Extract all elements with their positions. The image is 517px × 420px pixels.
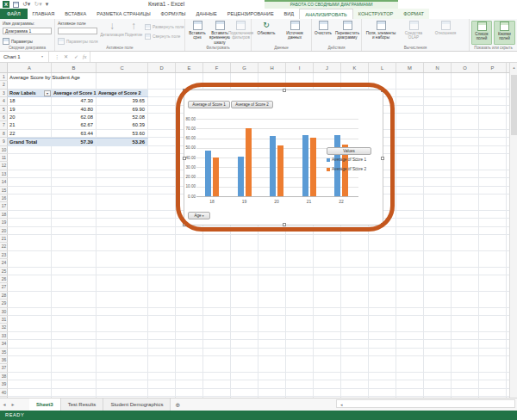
clear-button[interactable]: Очистить <box>314 21 333 35</box>
chart-selection-handle[interactable] <box>183 223 186 226</box>
tab-formulas[interactable]: ФОРМУЛЫ <box>156 9 191 19</box>
row-header-1[interactable]: 1 <box>0 73 8 81</box>
row-header-38[interactable]: 38 <box>0 373 8 380</box>
pivot-cell[interactable]: 53.60 <box>97 130 148 138</box>
chart-selection-handle[interactable] <box>381 223 384 226</box>
active-field-input[interactable] <box>58 28 97 34</box>
tab-data[interactable]: ДАННЫЕ <box>191 9 222 19</box>
sheet-nav-left-icon[interactable]: ◂ <box>0 398 9 411</box>
tab-page-layout[interactable]: РАЗМЕТКА СТРАНИЦЫ <box>91 9 155 19</box>
pivot-cell[interactable]: 60.39 <box>97 121 148 129</box>
row-header-30[interactable]: 30 <box>0 308 8 316</box>
row-header-7[interactable]: 7 <box>0 121 8 129</box>
relationships-button[interactable]: Отношения <box>431 21 460 35</box>
col-header-J[interactable]: J <box>314 63 341 73</box>
row-header-31[interactable]: 31 <box>0 316 8 324</box>
row-header-40[interactable]: 40 <box>0 389 8 397</box>
row-header-32[interactable]: 32 <box>0 324 8 331</box>
sheet-tab-sheet3[interactable]: Sheet3 <box>29 398 61 411</box>
refresh-button[interactable]: ↻ Обновить <box>255 21 277 35</box>
row-header-21[interactable]: 21 <box>0 235 8 243</box>
row-header-10[interactable]: 10 <box>0 146 8 154</box>
tab-insert[interactable]: ВСТАВКА <box>59 9 91 19</box>
row-header-18[interactable]: 18 <box>0 211 8 219</box>
col-header-I[interactable]: I <box>286 63 314 73</box>
row-header-37[interactable]: 37 <box>0 364 8 372</box>
expand-field-button[interactable]: Развернуть поле <box>145 24 184 30</box>
insert-slicer-button[interactable]: Вставить срез <box>187 21 208 40</box>
chart-selection-handle[interactable] <box>183 157 186 160</box>
tab-design[interactable]: КОНСТРУКТОР <box>353 9 399 19</box>
pivot-cell[interactable]: 69.90 <box>97 106 148 114</box>
legend-entry-score1[interactable]: Average of Score 1 <box>327 158 366 162</box>
row-header-17[interactable]: 17 <box>0 202 8 210</box>
pivot-cell[interactable]: 18 <box>8 97 52 105</box>
row-header-13[interactable]: 13 <box>0 170 8 178</box>
col-header-H[interactable]: H <box>258 63 286 73</box>
col-header-D[interactable]: D <box>148 63 176 73</box>
tab-format[interactable]: ФОРМАТ <box>398 9 429 19</box>
chart-field-button-1[interactable]: Average of Score 1 <box>188 101 230 108</box>
col-header-A[interactable]: A <box>8 63 52 73</box>
insert-function-icon[interactable]: fx <box>83 52 86 62</box>
pivot-cell[interactable]: 52.08 <box>97 114 148 121</box>
chart-selection-handle[interactable] <box>381 89 384 92</box>
tab-analyze[interactable]: АНАЛИЗИРОВАТЬ <box>299 9 353 19</box>
row-header-27[interactable]: 27 <box>0 283 8 291</box>
col-header-L[interactable]: L <box>369 63 396 73</box>
pivot-cell[interactable]: 63.44 <box>52 130 97 138</box>
row-header-35[interactable]: 35 <box>0 349 8 356</box>
move-chart-button[interactable]: Переместить диаграмму <box>334 21 360 40</box>
row-header-34[interactable]: 34 <box>0 340 8 348</box>
col-header-C[interactable]: C <box>97 63 148 73</box>
col-header-B[interactable]: B <box>52 63 97 73</box>
pivot-cell[interactable]: 47.30 <box>52 97 97 105</box>
col-header-N[interactable]: N <box>424 63 452 73</box>
pivot-cell[interactable]: 62.67 <box>52 121 97 129</box>
grid[interactable]: 1234567891011121314151617181920212223242… <box>0 73 509 398</box>
row-header-28[interactable]: 28 <box>0 292 8 300</box>
save-icon[interactable] <box>13 2 19 8</box>
row-header-25[interactable]: 25 <box>0 268 8 275</box>
row-header-2[interactable]: 2 <box>0 81 8 89</box>
pivot-cell[interactable]: 40.80 <box>52 106 97 114</box>
chart-name-input[interactable]: Диаграмма 1 <box>3 28 52 34</box>
undo-icon[interactable]: ↺▾ <box>22 1 30 8</box>
row-header-33[interactable]: 33 <box>0 332 8 340</box>
pivot-total-cell[interactable]: 57.39 <box>52 138 97 145</box>
row-header-3[interactable]: 3 <box>0 90 8 97</box>
vertical-scroll-thumb[interactable] <box>511 75 517 135</box>
olap-tools-button[interactable]: Средства OLAP <box>400 21 427 40</box>
pivot-header-cell[interactable]: Average of Score 2 <box>97 90 148 97</box>
pivotchart-options-button[interactable]: Параметры <box>3 38 33 45</box>
row-header-14[interactable]: 14 <box>0 178 8 186</box>
drill-down-button[interactable]: ↓ Детализация <box>102 21 122 37</box>
field-list-button[interactable]: Список полей <box>471 21 492 45</box>
enter-icon[interactable]: ✓ <box>74 52 78 62</box>
row-header-8[interactable]: 8 <box>0 130 8 138</box>
axis-field-button[interactable]: Age ▾ <box>188 212 210 219</box>
col-header-E[interactable]: E <box>176 63 203 73</box>
tab-home[interactable]: ГЛАВНАЯ <box>28 9 60 19</box>
row-header-22[interactable]: 22 <box>0 243 8 250</box>
row-header-20[interactable]: 20 <box>0 227 8 235</box>
formula-input[interactable] <box>90 52 514 62</box>
fields-items-sets-button[interactable]: Поля, элементы и наборы <box>365 21 396 40</box>
chart-field-button-2[interactable]: Average of Score 2 <box>231 101 273 108</box>
drill-up-button[interactable]: ↑ Поднятие <box>124 21 143 37</box>
row-header-15[interactable]: 15 <box>0 187 8 195</box>
row-header-16[interactable]: 16 <box>0 195 8 202</box>
field-buttons-button[interactable]: Кнопки полей <box>494 21 515 45</box>
col-header-M[interactable]: M <box>396 63 424 73</box>
sheet-nav-right-icon[interactable]: ▸ <box>9 398 17 411</box>
scroll-up-icon[interactable]: ▲ <box>510 65 517 70</box>
row-header-19[interactable]: 19 <box>0 219 8 226</box>
row-header-9[interactable]: 9 <box>0 138 8 145</box>
qat-customize-icon[interactable]: ▾ <box>46 1 49 8</box>
row-header-12[interactable]: 12 <box>0 162 8 170</box>
chart-selection-handle[interactable] <box>283 223 286 226</box>
new-sheet-button[interactable]: ⊕ <box>171 398 184 411</box>
col-header-K[interactable]: K <box>341 63 369 73</box>
col-header-P[interactable]: P <box>479 63 507 73</box>
pivot-cell[interactable]: 62.08 <box>52 114 97 121</box>
